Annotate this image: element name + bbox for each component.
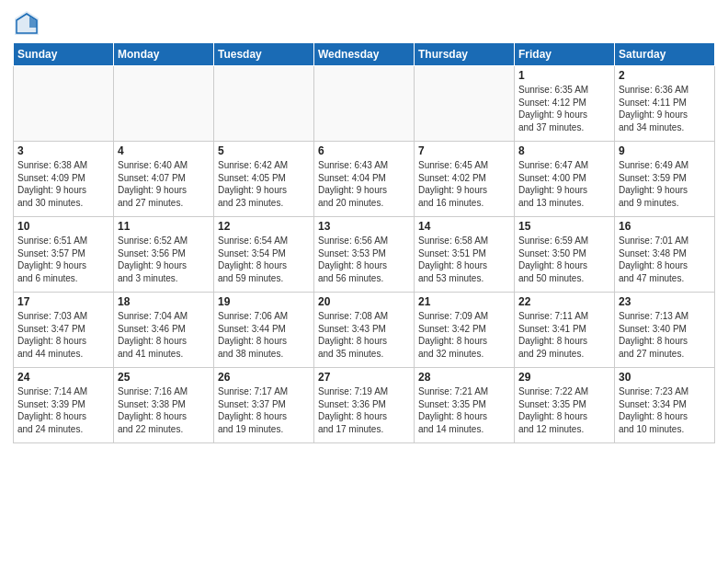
day-cell: 19Sunrise: 7:06 AM Sunset: 3:44 PM Dayli… <box>214 293 314 368</box>
day-cell: 17Sunrise: 7:03 AM Sunset: 3:47 PM Dayli… <box>14 293 114 368</box>
day-number: 3 <box>17 144 109 157</box>
day-number: 5 <box>218 144 310 157</box>
day-number: 18 <box>118 295 210 308</box>
day-cell: 9Sunrise: 6:49 AM Sunset: 3:59 PM Daylig… <box>615 142 715 217</box>
day-cell: 3Sunrise: 6:38 AM Sunset: 4:09 PM Daylig… <box>14 142 114 217</box>
header <box>13 9 715 37</box>
day-number: 1 <box>518 69 610 82</box>
day-info: Sunrise: 6:51 AM Sunset: 3:57 PM Dayligh… <box>17 235 109 284</box>
day-number: 30 <box>619 371 711 384</box>
day-cell: 20Sunrise: 7:08 AM Sunset: 3:43 PM Dayli… <box>314 293 415 368</box>
day-info: Sunrise: 7:01 AM Sunset: 3:48 PM Dayligh… <box>619 235 711 284</box>
day-number: 12 <box>218 220 310 233</box>
day-info: Sunrise: 7:06 AM Sunset: 3:44 PM Dayligh… <box>218 310 310 360</box>
day-info: Sunrise: 7:09 AM Sunset: 3:42 PM Dayligh… <box>418 310 510 360</box>
logo-icon <box>13 9 40 37</box>
day-info: Sunrise: 7:03 AM Sunset: 3:47 PM Dayligh… <box>17 310 109 360</box>
day-cell: 1Sunrise: 6:35 AM Sunset: 4:12 PM Daylig… <box>515 66 615 142</box>
day-number: 20 <box>318 295 410 308</box>
day-number: 11 <box>118 220 210 233</box>
day-info: Sunrise: 7:13 AM Sunset: 3:40 PM Dayligh… <box>619 310 711 360</box>
day-number: 15 <box>518 220 610 233</box>
day-number: 4 <box>118 144 210 157</box>
week-row-0: 1Sunrise: 6:35 AM Sunset: 4:12 PM Daylig… <box>14 66 715 142</box>
header-cell-wednesday: Wednesday <box>314 43 415 66</box>
day-info: Sunrise: 6:42 AM Sunset: 4:05 PM Dayligh… <box>218 159 310 209</box>
day-number: 9 <box>619 144 711 157</box>
day-number: 10 <box>17 220 109 233</box>
logo <box>13 9 44 37</box>
day-number: 23 <box>619 295 711 308</box>
day-number: 27 <box>318 371 410 384</box>
day-cell: 26Sunrise: 7:17 AM Sunset: 3:37 PM Dayli… <box>214 368 314 443</box>
day-cell: 27Sunrise: 7:19 AM Sunset: 3:36 PM Dayli… <box>314 368 415 443</box>
day-number: 22 <box>518 295 610 308</box>
day-cell: 10Sunrise: 6:51 AM Sunset: 3:57 PM Dayli… <box>14 217 114 293</box>
day-number: 26 <box>218 371 310 384</box>
calendar-body: 1Sunrise: 6:35 AM Sunset: 4:12 PM Daylig… <box>14 66 715 443</box>
day-number: 16 <box>619 220 711 233</box>
day-info: Sunrise: 6:45 AM Sunset: 4:02 PM Dayligh… <box>418 159 510 209</box>
day-info: Sunrise: 6:38 AM Sunset: 4:09 PM Dayligh… <box>17 159 109 209</box>
day-cell: 11Sunrise: 6:52 AM Sunset: 3:56 PM Dayli… <box>114 217 214 293</box>
day-cell: 21Sunrise: 7:09 AM Sunset: 3:42 PM Dayli… <box>415 293 515 368</box>
day-cell <box>415 66 515 142</box>
day-cell <box>114 66 214 142</box>
day-cell <box>214 66 314 142</box>
day-cell: 30Sunrise: 7:23 AM Sunset: 3:34 PM Dayli… <box>615 368 715 443</box>
page: SundayMondayTuesdayWednesdayThursdayFrid… <box>0 0 728 563</box>
header-cell-friday: Friday <box>515 43 615 66</box>
day-number: 6 <box>318 144 410 157</box>
week-row-4: 24Sunrise: 7:14 AM Sunset: 3:39 PM Dayli… <box>14 368 715 443</box>
day-cell: 14Sunrise: 6:58 AM Sunset: 3:51 PM Dayli… <box>415 217 515 293</box>
day-info: Sunrise: 6:49 AM Sunset: 3:59 PM Dayligh… <box>619 159 711 209</box>
day-cell: 29Sunrise: 7:22 AM Sunset: 3:35 PM Dayli… <box>515 368 615 443</box>
day-number: 24 <box>17 371 109 384</box>
day-number: 8 <box>518 144 610 157</box>
day-cell: 24Sunrise: 7:14 AM Sunset: 3:39 PM Dayli… <box>14 368 114 443</box>
day-info: Sunrise: 6:47 AM Sunset: 4:00 PM Dayligh… <box>518 159 610 209</box>
day-number: 14 <box>418 220 510 233</box>
day-cell: 2Sunrise: 6:36 AM Sunset: 4:11 PM Daylig… <box>615 66 715 142</box>
header-cell-saturday: Saturday <box>615 43 715 66</box>
header-row: SundayMondayTuesdayWednesdayThursdayFrid… <box>14 43 715 66</box>
calendar-header: SundayMondayTuesdayWednesdayThursdayFrid… <box>14 43 715 66</box>
day-cell: 18Sunrise: 7:04 AM Sunset: 3:46 PM Dayli… <box>114 293 214 368</box>
day-number: 7 <box>418 144 510 157</box>
day-info: Sunrise: 7:19 AM Sunset: 3:36 PM Dayligh… <box>318 385 410 435</box>
day-number: 21 <box>418 295 510 308</box>
week-row-1: 3Sunrise: 6:38 AM Sunset: 4:09 PM Daylig… <box>14 142 715 217</box>
day-cell: 4Sunrise: 6:40 AM Sunset: 4:07 PM Daylig… <box>114 142 214 217</box>
day-info: Sunrise: 7:14 AM Sunset: 3:39 PM Dayligh… <box>17 385 109 435</box>
day-cell: 8Sunrise: 6:47 AM Sunset: 4:00 PM Daylig… <box>515 142 615 217</box>
day-info: Sunrise: 6:40 AM Sunset: 4:07 PM Dayligh… <box>118 159 210 209</box>
header-cell-thursday: Thursday <box>415 43 515 66</box>
day-info: Sunrise: 7:17 AM Sunset: 3:37 PM Dayligh… <box>218 385 310 435</box>
day-info: Sunrise: 6:43 AM Sunset: 4:04 PM Dayligh… <box>318 159 410 209</box>
day-info: Sunrise: 7:04 AM Sunset: 3:46 PM Dayligh… <box>118 310 210 360</box>
day-cell <box>14 66 114 142</box>
day-cell: 12Sunrise: 6:54 AM Sunset: 3:54 PM Dayli… <box>214 217 314 293</box>
day-cell: 7Sunrise: 6:45 AM Sunset: 4:02 PM Daylig… <box>415 142 515 217</box>
day-number: 17 <box>17 295 109 308</box>
day-info: Sunrise: 6:52 AM Sunset: 3:56 PM Dayligh… <box>118 235 210 284</box>
day-cell <box>314 66 415 142</box>
day-info: Sunrise: 6:54 AM Sunset: 3:54 PM Dayligh… <box>218 235 310 284</box>
day-info: Sunrise: 7:21 AM Sunset: 3:35 PM Dayligh… <box>418 385 510 435</box>
day-info: Sunrise: 6:58 AM Sunset: 3:51 PM Dayligh… <box>418 235 510 284</box>
day-cell: 23Sunrise: 7:13 AM Sunset: 3:40 PM Dayli… <box>615 293 715 368</box>
day-cell: 15Sunrise: 6:59 AM Sunset: 3:50 PM Dayli… <box>515 217 615 293</box>
day-cell: 25Sunrise: 7:16 AM Sunset: 3:38 PM Dayli… <box>114 368 214 443</box>
week-row-2: 10Sunrise: 6:51 AM Sunset: 3:57 PM Dayli… <box>14 217 715 293</box>
header-cell-sunday: Sunday <box>14 43 114 66</box>
day-number: 29 <box>518 371 610 384</box>
week-row-3: 17Sunrise: 7:03 AM Sunset: 3:47 PM Dayli… <box>14 293 715 368</box>
day-cell: 22Sunrise: 7:11 AM Sunset: 3:41 PM Dayli… <box>515 293 615 368</box>
day-info: Sunrise: 6:36 AM Sunset: 4:11 PM Dayligh… <box>619 84 711 133</box>
day-info: Sunrise: 7:22 AM Sunset: 3:35 PM Dayligh… <box>518 385 610 435</box>
day-number: 19 <box>218 295 310 308</box>
day-cell: 13Sunrise: 6:56 AM Sunset: 3:53 PM Dayli… <box>314 217 415 293</box>
day-number: 25 <box>118 371 210 384</box>
day-cell: 16Sunrise: 7:01 AM Sunset: 3:48 PM Dayli… <box>615 217 715 293</box>
day-info: Sunrise: 6:35 AM Sunset: 4:12 PM Dayligh… <box>518 84 610 133</box>
